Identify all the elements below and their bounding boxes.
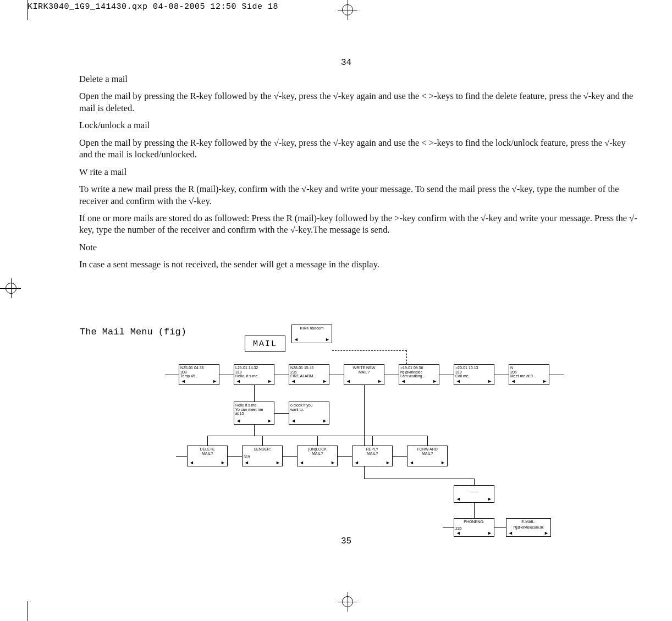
connector	[329, 375, 344, 375]
screen-text: DELETE MAIL?	[188, 446, 227, 455]
screen-text: L26-01 14.32 319 Hello, it s me..	[234, 365, 274, 378]
connector	[317, 436, 318, 446]
connector	[338, 456, 352, 457]
body-text: Delete a mail Open the mail by pressing …	[79, 73, 637, 276]
arrow-right-icon: ►	[267, 419, 272, 424]
arrow-right-icon: ►	[440, 460, 445, 466]
connector	[165, 375, 179, 375]
arrow-left-icon: ◄	[401, 379, 406, 384]
para-lock: Open the mail by pressing the R-key foll…	[79, 137, 637, 161]
arrow-right-icon: ►	[221, 460, 225, 466]
screen-text: ____	[454, 486, 494, 492]
connector	[474, 479, 475, 485]
connector	[274, 413, 289, 414]
screen-text: FORW ARD MAIL?	[407, 446, 447, 455]
arrow-right-icon: ►	[432, 379, 437, 384]
para-note: In case a sent message is not received, …	[79, 259, 637, 270]
arrow-left-icon: ◄	[511, 379, 516, 384]
arrow-left-icon: ◄	[456, 379, 461, 384]
screen-sender: SENDER:319◄►	[242, 446, 283, 466]
screen-text: >19-01 09.56 htj@kirktelec I am working.…	[399, 365, 439, 378]
connector	[474, 503, 475, 518]
heading-write: W rite a mail	[79, 166, 637, 178]
screen-text: N25-01 04.38 308 Temp 45 ..	[179, 365, 219, 378]
print-header: KIRK3040_1G9_141430.qxp 04-08-2005 12:50…	[27, 2, 278, 12]
screen-text: Hello it s me. Yo can meet me at 15	[234, 402, 274, 416]
screen-forward: FORW ARD MAIL?◄►	[407, 446, 448, 466]
screen-text: N 206 Meet me at 9 ..	[509, 365, 549, 378]
para-delete: Open the mail by pressing the R-key foll…	[79, 90, 637, 114]
arrow-right-icon: ►	[322, 419, 327, 424]
screen-header: SENDER:	[243, 446, 282, 452]
para-write-1: To write a new mail press the R (mail)-k…	[79, 183, 637, 207]
screen-mail-5: >19-01 09.56 htj@kirktelec I am working.…	[399, 364, 439, 385]
screen-value: 319	[243, 452, 282, 459]
connector	[254, 385, 255, 402]
connector	[439, 375, 454, 375]
arrow-left-icon: ◄	[409, 460, 414, 466]
arrow-right-icon: ►	[542, 379, 547, 384]
screen-reply: REPLY MAIL?◄►	[352, 446, 393, 466]
connector	[393, 456, 407, 457]
arrow-right-icon: ►	[331, 460, 335, 466]
arrow-left-icon: ◄	[294, 337, 299, 343]
para-write-2: If one or more mails are stored do as fo…	[79, 212, 637, 236]
connector	[443, 527, 454, 528]
screen-header: PHONENO:	[454, 519, 494, 524]
arrow-left-icon: ◄	[181, 379, 186, 384]
arrow-right-icon: ►	[385, 460, 390, 466]
registration-mark-icon	[340, 2, 355, 18]
screen-mail-6: >20-01 10.13 319 Call me..◄►	[454, 364, 494, 385]
connector	[549, 375, 564, 375]
screen-value: htj@kirktelecom.dk	[506, 524, 550, 529]
connector	[274, 375, 289, 375]
heading-lock: Lock/unlock a mail	[79, 119, 637, 131]
screen-msg-a: Hello it s me. Yo can meet me at 15◄►	[234, 402, 274, 425]
arrow-left-icon: ◄	[456, 531, 461, 536]
connector	[427, 436, 428, 446]
screen-email: E-MAIL:htj@kirktelecom.dk◄►	[506, 518, 551, 537]
arrow-right-icon: ►	[212, 379, 217, 384]
connector	[219, 375, 234, 375]
arrow-right-icon: ►	[325, 337, 330, 343]
arrow-right-icon: ►	[377, 379, 382, 384]
screen-write-new: WRITE NEW MAIL?◄►	[344, 364, 384, 385]
screen-delete: DELETE MAIL?◄►	[187, 446, 228, 466]
arrow-left-icon: ◄	[291, 379, 296, 384]
screen-msg-b: o clock if you want to.◄►	[289, 402, 329, 425]
trim-mark	[27, 601, 28, 621]
page-number-top: 34	[341, 58, 351, 68]
connector	[372, 436, 373, 446]
registration-mark-icon	[3, 281, 19, 296]
heading-delete: Delete a mail	[79, 73, 637, 85]
connector	[364, 479, 474, 479]
arrow-left-icon: ◄	[236, 379, 241, 384]
arrow-left-icon: ◄	[244, 460, 249, 466]
screen-text: (UN)LOCK MAIL?	[298, 446, 337, 455]
arrow-left-icon: ◄	[354, 460, 359, 466]
arrow-right-icon: ►	[544, 531, 549, 536]
mail-box: MAIL	[245, 336, 285, 352]
screen-text: o clock if you want to.	[289, 402, 329, 411]
connector	[176, 456, 187, 457]
connector	[262, 436, 263, 446]
arrow-right-icon: ►	[487, 379, 492, 384]
arrow-right-icon: ►	[276, 460, 280, 466]
screen-text: REPLY MAIL?	[352, 446, 392, 455]
arrow-right-icon: ►	[322, 379, 327, 384]
connector	[332, 350, 406, 351]
screen-text: >20-01 10.13 319 Call me..	[454, 365, 494, 378]
screen-mail-7: N 206 Meet me at 9 ..◄►	[509, 364, 549, 385]
arrow-left-icon: ◄	[189, 460, 194, 466]
arrow-right-icon: ►	[487, 531, 492, 536]
heading-note: Note	[79, 241, 637, 253]
screen-phoneno: PHONENO:236◄►	[454, 518, 494, 537]
screen-mail-2: L26-01 14.32 319 Hello, it s me..◄►	[234, 364, 274, 385]
connector	[494, 375, 509, 375]
screen-mail-3: N28-01 15.46 236 FIRE ALARM..◄►	[289, 364, 329, 385]
page-number-bottom: 35	[341, 536, 351, 546]
arrow-left-icon: ◄	[456, 497, 461, 502]
screen-value: 236	[454, 524, 494, 531]
connector	[283, 456, 297, 457]
connector	[364, 385, 365, 446]
